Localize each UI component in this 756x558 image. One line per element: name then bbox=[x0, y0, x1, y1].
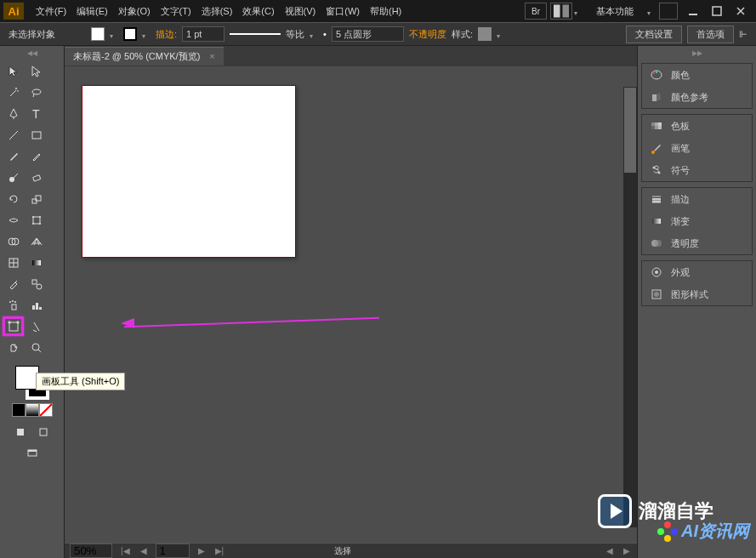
stroke-label[interactable]: 描边: bbox=[156, 28, 177, 41]
scale-tool[interactable] bbox=[26, 189, 47, 208]
panel-appearance[interactable]: 外观 bbox=[642, 261, 752, 283]
color-mode-gradient[interactable] bbox=[26, 403, 39, 417]
screen-mode[interactable] bbox=[21, 443, 43, 463]
menu-object[interactable]: 对象(O) bbox=[113, 5, 156, 18]
stroke-icon bbox=[649, 191, 664, 207]
panel-brushes[interactable]: 画笔 bbox=[642, 137, 752, 159]
minimize-button[interactable] bbox=[681, 1, 705, 21]
selection-tool[interactable] bbox=[3, 61, 24, 81]
color-guide-icon bbox=[649, 89, 664, 105]
transparency-icon bbox=[649, 236, 664, 251]
brush-preview[interactable] bbox=[230, 33, 281, 35]
color-mode-solid[interactable] bbox=[12, 403, 26, 417]
gradient-tool[interactable] bbox=[26, 253, 47, 272]
menu-edit[interactable]: 编辑(E) bbox=[71, 5, 113, 18]
blob-brush-tool[interactable] bbox=[3, 168, 24, 187]
hscroll-left[interactable]: ◀ bbox=[605, 546, 615, 555]
close-button[interactable] bbox=[729, 1, 753, 21]
slice-tool[interactable] bbox=[26, 316, 47, 336]
workspace-switcher[interactable]: 基本功能 bbox=[586, 5, 644, 18]
panel-transparency[interactable]: 透明度 bbox=[642, 232, 752, 254]
style-dropdown[interactable] bbox=[497, 30, 505, 38]
last-artboard-icon[interactable]: ▶| bbox=[213, 546, 226, 555]
artboard[interactable] bbox=[82, 85, 296, 258]
rectangle-tool[interactable] bbox=[26, 125, 47, 145]
bridge-icon[interactable]: Br bbox=[525, 3, 547, 20]
fill-swatch[interactable] bbox=[91, 27, 105, 41]
draw-normal[interactable] bbox=[10, 422, 31, 441]
free-transform-tool[interactable] bbox=[26, 210, 47, 230]
panel-symbols[interactable]: 符号 bbox=[642, 159, 752, 181]
eraser-tool[interactable] bbox=[26, 168, 47, 187]
prev-artboard-icon[interactable]: ◀ bbox=[139, 546, 149, 555]
panel-color[interactable]: 颜色 bbox=[642, 64, 752, 86]
toolbox-collapse[interactable]: ◀◀ bbox=[3, 49, 61, 60]
line-tool[interactable] bbox=[3, 125, 24, 145]
zoom-tool[interactable] bbox=[26, 338, 47, 357]
stroke-swatch[interactable] bbox=[123, 27, 137, 41]
stroke-weight-input[interactable] bbox=[182, 26, 225, 42]
menu-select[interactable]: 选择(S) bbox=[196, 5, 238, 18]
svg-rect-42 bbox=[28, 450, 37, 452]
panel-graphic-styles[interactable]: 图形样式 bbox=[642, 283, 752, 305]
arrange-dropdown[interactable] bbox=[574, 7, 583, 15]
search-field[interactable] bbox=[659, 3, 678, 20]
hand-tool[interactable] bbox=[3, 338, 24, 357]
ratio-label[interactable]: 等比 bbox=[286, 28, 304, 41]
preferences-button[interactable]: 首选项 bbox=[687, 26, 734, 43]
lasso-tool[interactable] bbox=[26, 83, 47, 102]
zoom-input[interactable] bbox=[70, 544, 112, 558]
menu-help[interactable]: 帮助(H) bbox=[365, 5, 406, 18]
canvas[interactable] bbox=[65, 66, 637, 543]
close-tab-icon[interactable]: × bbox=[209, 51, 214, 61]
panel-swatches[interactable]: 色板 bbox=[642, 115, 752, 137]
draw-behind[interactable] bbox=[33, 422, 54, 441]
direct-selection-tool[interactable] bbox=[26, 61, 47, 81]
menu-type[interactable]: 文字(T) bbox=[156, 5, 196, 18]
menu-file[interactable]: 文件(F) bbox=[31, 5, 71, 18]
stroke-dropdown[interactable] bbox=[142, 30, 151, 38]
type-tool[interactable]: T bbox=[26, 104, 47, 123]
eyedropper-tool[interactable] bbox=[3, 274, 24, 293]
arrange-docs-icon[interactable] bbox=[550, 3, 572, 20]
next-artboard-icon[interactable]: ▶ bbox=[196, 546, 207, 555]
panel-stroke[interactable]: 描边 bbox=[642, 188, 752, 210]
panel-toggle-icon[interactable]: ⊩ bbox=[739, 29, 747, 40]
vertical-scrollbar[interactable] bbox=[623, 87, 637, 527]
magic-wand-tool[interactable] bbox=[3, 83, 24, 102]
paintbrush-tool[interactable] bbox=[3, 146, 24, 166]
panels-collapse[interactable]: ▶▶ bbox=[641, 49, 753, 60]
svg-line-38 bbox=[38, 350, 41, 352]
width-tool[interactable] bbox=[3, 210, 24, 230]
shape-builder-tool[interactable] bbox=[3, 231, 24, 251]
artboard-nav-input[interactable] bbox=[156, 544, 190, 558]
pen-tool[interactable] bbox=[3, 104, 24, 123]
color-mode-none[interactable] bbox=[39, 403, 53, 417]
first-artboard-icon[interactable]: |◀ bbox=[119, 546, 132, 555]
style-swatch[interactable] bbox=[478, 27, 492, 41]
menu-effect[interactable]: 效果(C) bbox=[237, 5, 279, 18]
panel-gradient[interactable]: 渐变 bbox=[642, 210, 752, 232]
mesh-tool[interactable] bbox=[3, 253, 24, 272]
style-label[interactable]: 样式: bbox=[452, 28, 473, 41]
rotate-tool[interactable] bbox=[3, 189, 24, 208]
pencil-tool[interactable] bbox=[26, 146, 47, 166]
perspective-grid-tool[interactable] bbox=[26, 231, 47, 251]
panel-color-guide[interactable]: 颜色参考 bbox=[642, 86, 752, 108]
menu-window[interactable]: 窗口(W) bbox=[321, 5, 365, 18]
workspace-dropdown[interactable] bbox=[647, 7, 656, 15]
blend-tool[interactable] bbox=[26, 274, 47, 293]
svg-rect-7 bbox=[32, 132, 41, 139]
doc-setup-button[interactable]: 文档设置 bbox=[626, 26, 682, 43]
symbol-sprayer-tool[interactable] bbox=[3, 295, 24, 315]
column-graph-tool[interactable] bbox=[26, 295, 47, 315]
artboard-tool[interactable] bbox=[3, 316, 24, 336]
hscroll-right[interactable]: ▶ bbox=[622, 546, 632, 555]
ratio-dropdown[interactable] bbox=[310, 30, 318, 38]
menu-view[interactable]: 视图(V) bbox=[280, 5, 321, 18]
doc-tab[interactable]: 未标题-2 @ 50% (CMYK/预览) × bbox=[65, 47, 224, 65]
opacity-label[interactable]: 不透明度 bbox=[409, 28, 446, 41]
brush-input[interactable] bbox=[332, 26, 404, 42]
fill-dropdown[interactable] bbox=[110, 30, 118, 38]
maximize-button[interactable] bbox=[705, 1, 729, 21]
